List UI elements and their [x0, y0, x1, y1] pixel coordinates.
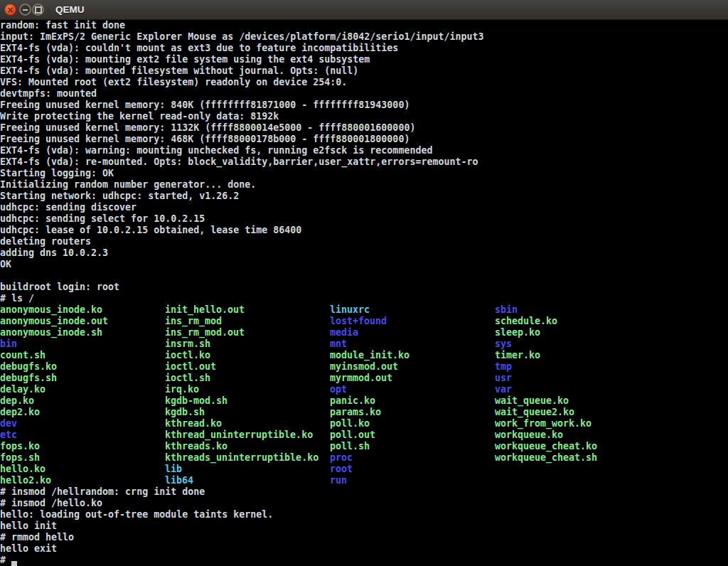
ls-entry: kgdb-mod.sh: [165, 395, 228, 407]
ls-entry: wait_queue2.ko: [495, 407, 574, 418]
terminal-line: [0, 270, 728, 282]
ls-entry: panic.ko: [330, 395, 375, 407]
terminal-line: EXT4-fs (vda): re-mounted. Opts: block_v…: [0, 156, 728, 168]
window-title: QEMU: [55, 0, 85, 20]
terminal-line: OK: [0, 259, 728, 270]
ls-entry: params.ko: [330, 407, 381, 418]
ls-entry: schedule.ko: [495, 316, 557, 327]
ls-entry: workqueue.ko: [495, 429, 563, 441]
ls-entry: kthread.ko: [165, 418, 222, 429]
terminal-line: EXT4-fs (vda): couldn't mount as ext3 du…: [0, 43, 728, 54]
terminal-line: udhcpc: sending discover: [0, 202, 728, 213]
maximize-icon: [35, 6, 42, 14]
ls-entry: anonymous_inode.ko: [0, 304, 102, 316]
ls-entry: proc: [330, 452, 353, 464]
terminal-line: # insmod /hellrandom: crng init done: [0, 486, 728, 498]
terminal-line: VFS: Mounted root (ext2 filesystem) read…: [0, 77, 728, 88]
minimize-button[interactable]: [19, 4, 31, 16]
close-icon: ×: [6, 5, 14, 14]
terminal-line: Freeing unused kernel memory: 1132K (fff…: [0, 122, 728, 134]
terminal-line: udhcpc: lease of 10.0.2.15 obtained, lea…: [0, 225, 728, 236]
qemu-window: × QEMU random: fast init doneinput: ImEx…: [0, 0, 728, 566]
terminal-line: debugfs.shioctl.shmyrmmod.outusr: [0, 373, 728, 384]
terminal-line: random: fast init done: [0, 20, 728, 31]
close-button[interactable]: ×: [4, 4, 16, 16]
terminal-line: Starting network: udhcpc: started, v1.26…: [0, 191, 728, 202]
ls-entry: mnt: [330, 338, 347, 350]
terminal-line: fops.shkthreads_uninterruptible.koprocwo…: [0, 452, 728, 464]
ls-entry: ioctl.ko: [165, 350, 210, 361]
terminal-line: hello: loading out-of-tree module taints…: [0, 509, 728, 520]
ls-entry: workqueue_cheat.ko: [495, 441, 597, 452]
ls-entry: hello.ko: [0, 464, 46, 475]
ls-entry: ioctl.out: [165, 361, 216, 373]
terminal-line: dep.kokgdb-mod.shpanic.kowait_queue.ko: [0, 395, 728, 407]
ls-entry: poll.ko: [330, 418, 370, 429]
ls-entry: poll.out: [330, 429, 375, 441]
ls-entry: myrmmod.out: [330, 373, 392, 384]
terminal-line: devkthread.kopoll.kowork_from_work.ko: [0, 418, 728, 429]
terminal-line: EXT4-fs (vda): mounted filesystem withou…: [0, 65, 728, 77]
ls-entry: poll.sh: [330, 441, 370, 452]
minimize-icon: [23, 9, 28, 11]
terminal-line: devtmpfs: mounted: [0, 88, 728, 100]
ls-entry: root: [330, 464, 353, 475]
ls-entry: run: [330, 475, 347, 486]
titlebar[interactable]: × QEMU: [0, 0, 728, 20]
ls-entry: anonymous_inode.out: [0, 316, 108, 327]
ls-entry: media: [330, 327, 358, 338]
terminal-line: anonymous_inode.outins_rm_modlost+founds…: [0, 316, 728, 327]
ls-entry: dep2.ko: [0, 407, 40, 418]
ls-entry: module_init.ko: [330, 350, 410, 361]
terminal-line: hello exit: [0, 543, 728, 555]
terminal-line: anonymous_inode.koinit_hello.outlinuxrcs…: [0, 304, 728, 316]
ls-entry: ins_rm_mod: [165, 316, 222, 327]
ls-entry: wait_queue.ko: [495, 395, 569, 407]
ls-entry: kthreads.ko: [165, 441, 228, 452]
terminal-line: etckthread_uninterruptible.kopoll.outwor…: [0, 429, 728, 441]
ls-entry: sleep.ko: [495, 327, 540, 338]
terminal-line: EXT4-fs (vda): mounting ext2 file system…: [0, 54, 728, 65]
terminal-line: hello init: [0, 520, 728, 532]
ls-entry: bin: [0, 338, 17, 350]
ls-entry: sbin: [495, 304, 518, 316]
ls-entry: usr: [495, 373, 512, 384]
ls-entry: work_from_work.ko: [495, 418, 592, 429]
ls-entry: debugfs.ko: [0, 361, 57, 373]
maximize-button[interactable]: [32, 4, 44, 16]
terminal-screen[interactable]: random: fast init doneinput: ImExPS/2 Ge…: [0, 20, 728, 566]
ls-entry: tmp: [495, 361, 512, 373]
terminal-line: Write protecting the kernel read-only da…: [0, 111, 728, 122]
ls-entry: anonymous_inode.sh: [0, 327, 102, 338]
ls-entry: insrm.sh: [165, 338, 210, 350]
terminal-line: bininsrm.shmntsys: [0, 338, 728, 350]
terminal-line: Initializing random number generator... …: [0, 179, 728, 191]
ls-entry: fops.ko: [0, 441, 40, 452]
terminal-line: # ls /: [0, 293, 728, 304]
terminal-line: # rmmod hello: [0, 532, 728, 543]
terminal-line: anonymous_inode.shins_rm_mod.outmediasle…: [0, 327, 728, 338]
ls-entry: lib: [165, 464, 182, 475]
prompt-line: #: [0, 555, 728, 566]
terminal-line: input: ImExPS/2 Generic Explorer Mouse a…: [0, 31, 728, 43]
terminal-line: EXT4-fs (vda): warning: mounting uncheck…: [0, 145, 728, 156]
terminal-line: adding dns 10.0.2.3: [0, 247, 728, 259]
terminal-line: # insmod /hello.ko: [0, 498, 728, 509]
terminal-line: delay.koirq.kooptvar: [0, 384, 728, 395]
ls-entry: init_hello.out: [165, 304, 245, 316]
ls-entry: sys: [495, 338, 512, 350]
ls-entry: lost+found: [330, 316, 387, 327]
terminal-line: udhcpc: sending select for 10.0.2.15: [0, 213, 728, 225]
ls-entry: etc: [0, 429, 17, 441]
cursor-block: [11, 561, 17, 566]
terminal-line: count.shioctl.komodule_init.kotimer.ko: [0, 350, 728, 361]
ls-entry: delay.ko: [0, 384, 46, 395]
ls-entry: irq.ko: [165, 384, 199, 395]
ls-entry: dep.ko: [0, 395, 34, 407]
ls-entry: timer.ko: [495, 350, 540, 361]
ls-entry: ioctl.sh: [165, 373, 210, 384]
terminal-line: Starting logging: OK: [0, 168, 728, 179]
ls-entry: kthreads_uninterruptible.ko: [165, 452, 318, 464]
ls-entry: var: [495, 384, 512, 395]
terminal-line: debugfs.koioctl.outmyinsmod.outtmp: [0, 361, 728, 373]
